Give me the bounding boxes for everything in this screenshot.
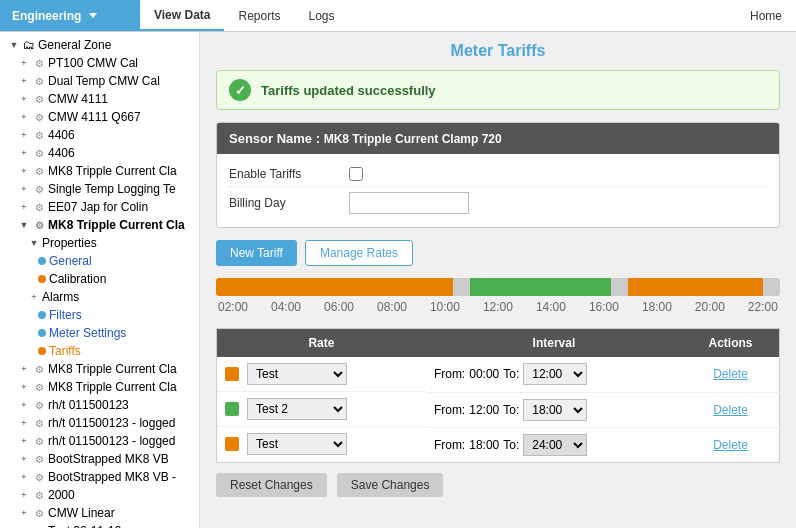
enable-tariffs-row: Enable Tariffs — [229, 162, 767, 187]
save-changes-button[interactable]: Save Changes — [337, 473, 444, 497]
dot-icon — [38, 275, 46, 283]
timeline-handle1[interactable] — [453, 278, 470, 296]
timeline-labels: 02:00 04:00 06:00 08:00 10:00 12:00 14:0… — [216, 300, 780, 314]
expand-icon: + — [18, 363, 30, 375]
sidebar-item-meter-settings[interactable]: Meter Settings — [0, 324, 199, 342]
enable-tariffs-checkbox[interactable] — [349, 167, 363, 181]
expand-icon: + — [18, 507, 30, 519]
dot-icon — [38, 257, 46, 265]
billing-day-label: Billing Day — [229, 196, 349, 210]
sidebar-item-dual-temp[interactable]: + ⚙ Dual Temp CMW Cal — [0, 72, 199, 90]
rate-cell: Test — [217, 357, 426, 392]
new-tariff-button[interactable]: New Tariff — [216, 240, 297, 266]
delete-button[interactable]: Delete — [713, 403, 748, 417]
reset-changes-button[interactable]: Reset Changes — [216, 473, 327, 497]
success-icon: ✓ — [229, 79, 251, 101]
expand-icon: + — [18, 435, 30, 447]
rate-select[interactable]: Test 2 — [247, 398, 347, 420]
sidebar-item-properties[interactable]: ▼ Properties — [0, 234, 199, 252]
sidebar-item-ee07[interactable]: + ⚙ EE07 Jap for Colin — [0, 198, 199, 216]
dot-icon — [38, 347, 46, 355]
rate-table: Rate Interval Actions Test — [216, 328, 780, 463]
expand-icon: + — [18, 93, 30, 105]
top-nav: Engineering View Data Reports Logs Home — [0, 0, 796, 32]
sidebar-item-calibration[interactable]: Calibration — [0, 270, 199, 288]
sidebar-item-alarms[interactable]: + Alarms — [0, 288, 199, 306]
sidebar-item-general-zone[interactable]: ▼ 🗂 General Zone — [0, 36, 199, 54]
delete-button[interactable]: Delete — [713, 438, 748, 452]
sidebar-item-rht3[interactable]: + ⚙ rh/t 011500123 - logged — [0, 432, 199, 450]
interval-to-select[interactable]: 24:00 — [523, 434, 587, 456]
sidebar-item-boot1[interactable]: + ⚙ BootStrapped MK8 VB — [0, 450, 199, 468]
expand-icon: + — [18, 381, 30, 393]
rate-select[interactable]: Test — [247, 363, 347, 385]
expand-icon: ▼ — [18, 219, 30, 231]
expand-icon: ▼ — [28, 237, 40, 249]
timeline-handle2[interactable] — [611, 278, 628, 296]
dot-icon — [38, 311, 46, 319]
manage-rates-button[interactable]: Manage Rates — [305, 240, 413, 266]
sidebar-item-boot2[interactable]: + ⚙ BootStrapped MK8 VB - — [0, 468, 199, 486]
gear-icon: ⚙ — [32, 524, 46, 528]
sidebar-item-mk8c[interactable]: + ⚙ MK8 Tripple Current Cla — [0, 360, 199, 378]
gear-icon: ⚙ — [32, 200, 46, 214]
interval-cell: From: 12:00 To: 18:00 — [426, 392, 682, 427]
sidebar-item-pt100[interactable]: + ⚙ PT100 CMW Cal — [0, 54, 199, 72]
nav-view-data[interactable]: View Data — [140, 0, 224, 31]
gear-icon: ⚙ — [32, 452, 46, 466]
nav-logs[interactable]: Logs — [295, 0, 349, 31]
sidebar-item-cmw-linear[interactable]: + ⚙ CMW Linear — [0, 504, 199, 522]
gear-icon: ⚙ — [32, 488, 46, 502]
interval-to-select[interactable]: 12:00 — [523, 363, 587, 385]
rate-select[interactable]: Test — [247, 433, 347, 455]
sidebar-item-cmw4111[interactable]: + ⚙ CMW 4111 — [0, 90, 199, 108]
expand-icon: + — [18, 489, 30, 501]
rate-color-dot — [225, 367, 239, 381]
expand-icon: ▼ — [8, 39, 20, 51]
expand-icon: + — [18, 471, 30, 483]
sidebar-item-rht1[interactable]: + ⚙ rh/t 011500123 — [0, 396, 199, 414]
timeline-segment-green — [470, 278, 611, 296]
timeline-segment-orange1 — [216, 278, 453, 296]
sidebar-item-general[interactable]: General — [0, 252, 199, 270]
actions-cell: Delete — [682, 427, 780, 462]
gear-icon: ⚙ — [32, 398, 46, 412]
expand-icon: + — [18, 111, 30, 123]
sidebar-item-mk8a[interactable]: + ⚙ MK8 Tripple Current Cla — [0, 162, 199, 180]
sidebar-item-4406a[interactable]: + ⚙ 4406 — [0, 126, 199, 144]
delete-button[interactable]: Delete — [713, 367, 748, 381]
timeline-handle3[interactable] — [763, 278, 780, 296]
nav-reports[interactable]: Reports — [224, 0, 294, 31]
sidebar-item-mk8b[interactable]: ▼ ⚙ MK8 Tripple Current Cla — [0, 216, 199, 234]
timeline: 02:00 04:00 06:00 08:00 10:00 12:00 14:0… — [216, 278, 780, 314]
gear-icon: ⚙ — [32, 92, 46, 106]
gear-icon: ⚙ — [32, 416, 46, 430]
gear-icon: ⚙ — [32, 56, 46, 70]
sidebar-item-2000[interactable]: + ⚙ 2000 — [0, 486, 199, 504]
sidebar-item-test26[interactable]: + ⚙ Test 26-11-19 — [0, 522, 199, 528]
sensor-body: Enable Tariffs Billing Day — [217, 154, 779, 227]
sidebar-item-rht2[interactable]: + ⚙ rh/t 011500123 - logged — [0, 414, 199, 432]
success-banner: ✓ Tariffs updated successfully — [216, 70, 780, 110]
nav-engineering[interactable]: Engineering — [0, 0, 140, 31]
billing-day-input[interactable] — [349, 192, 469, 214]
sensor-card: Sensor Name : MK8 Tripple Current Clamp … — [216, 122, 780, 228]
sidebar-item-filters[interactable]: Filters — [0, 306, 199, 324]
enable-tariffs-label: Enable Tariffs — [229, 167, 349, 181]
interval-to-select[interactable]: 18:00 — [523, 399, 587, 421]
tariff-buttons: New Tariff Manage Rates — [216, 240, 780, 266]
sidebar-item-single-temp[interactable]: + ⚙ Single Temp Logging Te — [0, 180, 199, 198]
gear-icon: ⚙ — [32, 74, 46, 88]
actions-cell: Delete — [682, 357, 780, 392]
gear-icon: ⚙ — [32, 110, 46, 124]
sidebar-item-mk8d[interactable]: + ⚙ MK8 Tripple Current Cla — [0, 378, 199, 396]
nav-home[interactable]: Home — [736, 0, 796, 31]
sidebar-item-tariffs[interactable]: Tariffs — [0, 342, 199, 360]
gear-icon: ⚙ — [32, 506, 46, 520]
col-rate: Rate — [217, 329, 426, 358]
sidebar-item-4406b[interactable]: + ⚙ 4406 — [0, 144, 199, 162]
gear-icon: ⚙ — [32, 434, 46, 448]
sidebar-item-cmw4111q667[interactable]: + ⚙ CMW 4111 Q667 — [0, 108, 199, 126]
actions-cell: Delete — [682, 392, 780, 427]
page-title: Meter Tariffs — [216, 42, 780, 60]
